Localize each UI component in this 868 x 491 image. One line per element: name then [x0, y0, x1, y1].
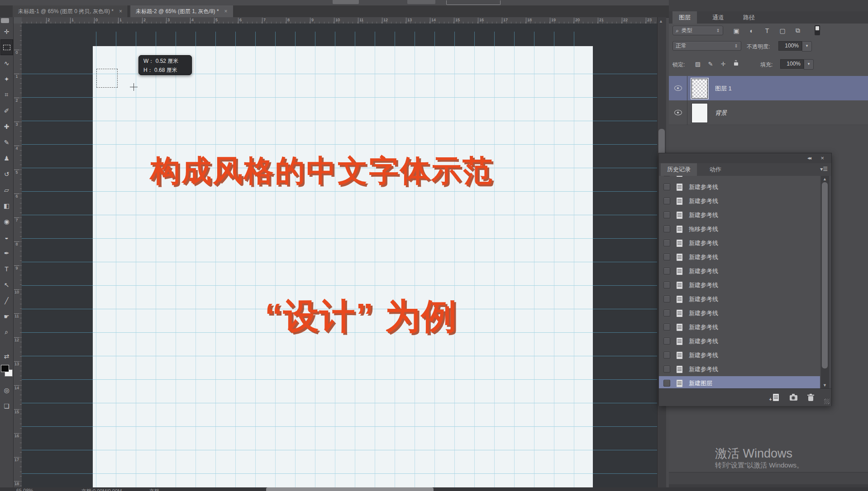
- filter-smart-objects-icon[interactable]: ⧉: [792, 26, 804, 35]
- lasso-tool-icon[interactable]: ∿: [0, 55, 13, 71]
- filter-adjustment-layers-icon[interactable]: ◐: [746, 26, 758, 35]
- history-source-checkbox[interactable]: [663, 380, 670, 387]
- lock-transparent-pixels-icon[interactable]: ▨: [692, 59, 703, 69]
- history-brush-tool-icon[interactable]: ↺: [0, 166, 13, 182]
- layer-filter-select[interactable]: ⌕ 类型 ⇕: [672, 26, 723, 35]
- layer-thumbnail[interactable]: [692, 79, 708, 99]
- history-source-checkbox[interactable]: [663, 198, 670, 204]
- history-source-checkbox[interactable]: [663, 366, 670, 373]
- hand-tool-icon[interactable]: ☛: [0, 308, 13, 324]
- path-selection-tool-icon[interactable]: ↖: [0, 277, 13, 293]
- history-source-checkbox[interactable]: [663, 212, 670, 218]
- crop-tool-icon[interactable]: ⌗: [0, 87, 13, 103]
- fill-value[interactable]: 100%: [780, 59, 804, 69]
- brush-tool-icon[interactable]: ✎: [0, 134, 13, 150]
- history-source-checkbox[interactable]: [663, 226, 670, 232]
- close-panel-icon[interactable]: ×: [820, 155, 824, 161]
- history-source-checkbox[interactable]: [663, 268, 670, 274]
- quick-selection-tool-icon[interactable]: ✦: [0, 71, 13, 87]
- history-state-row[interactable]: 新建参考线: [659, 348, 820, 363]
- scroll-up-icon[interactable]: ▲: [659, 19, 663, 24]
- pen-tool-icon[interactable]: ✒: [0, 245, 13, 261]
- collapse-panel-icon[interactable]: ◂◂: [807, 155, 811, 161]
- delete-state-icon[interactable]: [805, 392, 816, 402]
- history-source-checkbox[interactable]: [663, 324, 670, 330]
- history-scrollbar[interactable]: ▲ ▼: [821, 176, 829, 388]
- history-state-row[interactable]: 新建参考线: [659, 278, 820, 293]
- history-source-checkbox[interactable]: [663, 240, 670, 246]
- blend-mode-select[interactable]: 正常 ⇕: [672, 41, 741, 51]
- history-source-checkbox[interactable]: [663, 296, 670, 302]
- line-tool-icon[interactable]: ╱: [0, 293, 13, 308]
- canvas[interactable]: [93, 46, 593, 487]
- history-state-row[interactable]: 新建参考线: [659, 180, 820, 194]
- scroll-down-icon[interactable]: ▼: [823, 383, 827, 387]
- dodge-tool-icon[interactable]: ◒: [0, 229, 13, 245]
- history-state-row[interactable]: 新建参考线: [659, 320, 820, 335]
- foreground-color-swatch[interactable]: [1, 365, 9, 372]
- tab-history[interactable]: 历史记录: [661, 163, 697, 176]
- layer-filter-toggle[interactable]: [815, 25, 820, 35]
- lock-all-icon[interactable]: [730, 59, 741, 69]
- lock-position-icon[interactable]: ✛: [718, 59, 729, 69]
- horizontal-ruler[interactable]: 2101234567891011121314151617181920212223: [22, 17, 657, 24]
- blur-tool-icon[interactable]: ◉: [0, 213, 13, 229]
- history-panel-titlebar[interactable]: ◂◂ ×: [659, 153, 831, 164]
- fill-dropdown-icon[interactable]: ▾: [804, 59, 814, 70]
- history-state-row[interactable]: 新建参考线: [659, 306, 820, 321]
- history-state-row[interactable]: 新建参考线: [659, 194, 820, 208]
- document-tab-untitled-1[interactable]: 未标题-1 @ 65% (图层 0 拷贝, 灰色/8) * ×: [13, 5, 128, 17]
- history-state-row[interactable]: 新建参考线: [659, 264, 820, 279]
- horizontal-scrollbar-thumb[interactable]: [266, 487, 434, 491]
- visibility-toggle[interactable]: [669, 100, 687, 125]
- history-state-row[interactable]: 新建参考线: [659, 236, 820, 250]
- history-source-checkbox[interactable]: [663, 338, 670, 345]
- tab-layers[interactable]: 图层: [672, 11, 697, 24]
- history-source-checkbox[interactable]: [663, 176, 670, 176]
- layer-row-layer-1[interactable]: 图层 1: [669, 76, 868, 101]
- new-snapshot-icon[interactable]: [787, 392, 799, 402]
- lock-image-pixels-icon[interactable]: ✎: [705, 59, 716, 69]
- history-source-checkbox[interactable]: [663, 310, 670, 316]
- close-tab-icon[interactable]: ×: [224, 8, 229, 14]
- eyedropper-tool-icon[interactable]: ✐: [0, 103, 13, 118]
- layer-row-background[interactable]: 背景: [669, 100, 868, 125]
- history-state-row[interactable]: 新建参考线: [659, 250, 820, 264]
- opacity-value[interactable]: 100%: [778, 41, 802, 51]
- close-tab-icon[interactable]: ×: [118, 8, 123, 14]
- healing-brush-tool-icon[interactable]: ✚: [0, 118, 13, 134]
- rectangular-marquee-tool-icon[interactable]: [0, 39, 13, 55]
- filter-pixel-layers-icon[interactable]: ▣: [730, 26, 742, 35]
- history-state-row[interactable]: 新建图层: [659, 376, 820, 388]
- visibility-toggle[interactable]: [669, 76, 687, 100]
- toolbar-collapse-handle[interactable]: [1, 18, 9, 23]
- tab-channels[interactable]: 通道: [706, 11, 730, 24]
- document-tab-untitled-2[interactable]: 未标题-2 @ 65% (图层 1, 灰色/8) * ×: [130, 5, 233, 17]
- history-state-row[interactable]: 新建参考线: [659, 208, 820, 222]
- panel-resize-grip[interactable]: [824, 399, 830, 404]
- opacity-dropdown-icon[interactable]: ▾: [802, 41, 812, 52]
- history-state-row[interactable]: 新建参考线: [659, 334, 820, 349]
- history-source-checkbox[interactable]: [663, 184, 670, 190]
- scroll-up-icon[interactable]: ▲: [823, 177, 827, 181]
- gradient-tool-icon[interactable]: ◧: [0, 198, 13, 213]
- layer-name[interactable]: 背景: [715, 109, 727, 117]
- layer-thumbnail[interactable]: [692, 103, 708, 123]
- panel-menu-icon[interactable]: ▾☰: [820, 166, 828, 172]
- selection-marquee[interactable]: [96, 69, 118, 88]
- swap-colors-icon[interactable]: ⇄: [0, 348, 13, 364]
- new-document-from-state-icon[interactable]: [767, 392, 778, 402]
- quick-mask-icon[interactable]: ◎: [0, 382, 13, 398]
- vertical-ruler[interactable]: 0123456789101112131415161718: [14, 24, 22, 491]
- eraser-tool-icon[interactable]: ▱: [0, 182, 13, 198]
- layer-name[interactable]: 图层 1: [715, 85, 732, 93]
- history-state-row[interactable]: 新建参考线: [659, 292, 820, 307]
- history-source-checkbox[interactable]: [663, 254, 670, 260]
- history-state-row[interactable]: 新建参考线: [659, 362, 820, 377]
- history-source-checkbox[interactable]: [663, 282, 670, 288]
- history-scrollbar-thumb[interactable]: [822, 182, 828, 368]
- move-tool-icon[interactable]: ✛: [0, 24, 13, 39]
- clone-stamp-tool-icon[interactable]: ♟: [0, 150, 13, 166]
- history-state-row[interactable]: 拖移参考线: [659, 222, 820, 236]
- filter-type-layers-icon[interactable]: T: [761, 26, 773, 35]
